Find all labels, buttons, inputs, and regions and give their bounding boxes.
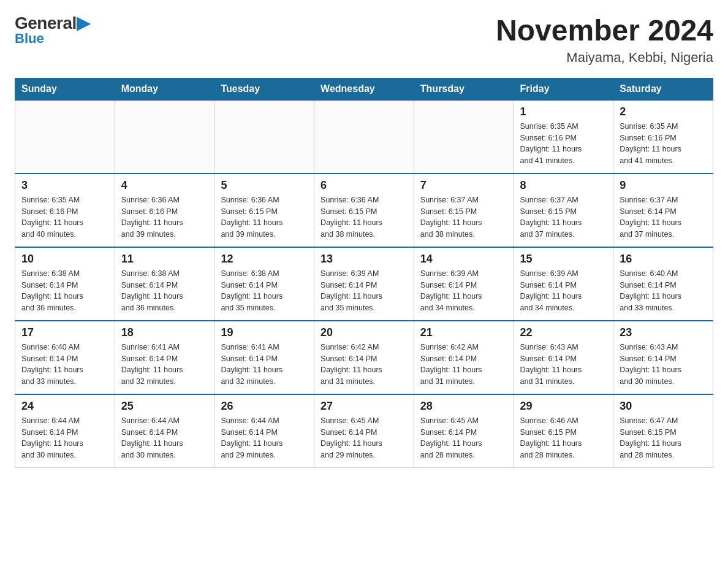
day-number: 4 [121,179,208,192]
calendar-cell: 2Sunrise: 6:35 AMSunset: 6:16 PMDaylight… [613,100,713,174]
day-number: 3 [21,179,108,192]
day-info: Sunrise: 6:36 AMSunset: 6:15 PMDaylight:… [221,194,308,240]
day-number: 17 [21,326,108,339]
day-number: 28 [420,400,507,413]
calendar-cell [414,100,514,174]
calendar-title: November 2024 [496,15,713,47]
day-number: 2 [620,105,707,118]
calendar-cell: 20Sunrise: 6:42 AMSunset: 6:14 PMDayligh… [314,321,414,394]
day-info: Sunrise: 6:37 AMSunset: 6:15 PMDaylight:… [520,194,607,240]
day-header-thursday: Thursday [414,78,514,100]
day-number: 11 [121,253,208,266]
day-info: Sunrise: 6:38 AMSunset: 6:14 PMDaylight:… [121,268,208,314]
logo-blue-text: Blue [15,31,44,47]
day-number: 24 [21,400,108,413]
day-info: Sunrise: 6:44 AMSunset: 6:14 PMDaylight:… [121,415,208,461]
day-info: Sunrise: 6:39 AMSunset: 6:14 PMDaylight:… [520,268,607,314]
calendar-cell: 9Sunrise: 6:37 AMSunset: 6:14 PMDaylight… [613,174,713,247]
day-info: Sunrise: 6:36 AMSunset: 6:16 PMDaylight:… [121,194,208,240]
day-number: 12 [221,253,308,266]
title-section: November 2024 Maiyama, Kebbi, Nigeria [496,15,713,66]
day-number: 9 [620,179,707,192]
page-header: General▶ Blue November 2024 Maiyama, Keb… [15,15,713,66]
day-number: 7 [420,179,507,192]
calendar-cell: 8Sunrise: 6:37 AMSunset: 6:15 PMDaylight… [514,174,613,247]
day-info: Sunrise: 6:46 AMSunset: 6:15 PMDaylight:… [520,415,607,461]
day-info: Sunrise: 6:41 AMSunset: 6:14 PMDaylight:… [121,342,208,388]
day-number: 8 [520,179,607,192]
calendar-cell: 22Sunrise: 6:43 AMSunset: 6:14 PMDayligh… [514,321,613,394]
day-number: 5 [221,179,308,192]
calendar-week-row: 17Sunrise: 6:40 AMSunset: 6:14 PMDayligh… [15,321,713,394]
day-header-friday: Friday [514,78,613,100]
calendar-cell: 1Sunrise: 6:35 AMSunset: 6:16 PMDaylight… [514,100,613,174]
day-info: Sunrise: 6:35 AMSunset: 6:16 PMDaylight:… [520,121,607,167]
day-number: 16 [620,253,707,266]
day-number: 25 [121,400,208,413]
day-number: 23 [620,326,707,339]
day-number: 10 [21,253,108,266]
day-info: Sunrise: 6:45 AMSunset: 6:14 PMDaylight:… [320,415,408,461]
calendar-week-row: 10Sunrise: 6:38 AMSunset: 6:14 PMDayligh… [15,247,713,321]
calendar-cell [214,100,314,174]
day-number: 1 [520,105,607,118]
day-header-tuesday: Tuesday [214,78,314,100]
day-info: Sunrise: 6:45 AMSunset: 6:14 PMDaylight:… [420,415,507,461]
day-info: Sunrise: 6:36 AMSunset: 6:15 PMDaylight:… [320,194,408,240]
calendar-cell: 23Sunrise: 6:43 AMSunset: 6:14 PMDayligh… [613,321,713,394]
day-header-monday: Monday [115,78,214,100]
calendar-table: SundayMondayTuesdayWednesdayThursdayFrid… [15,78,713,469]
day-number: 21 [420,326,507,339]
calendar-cell: 10Sunrise: 6:38 AMSunset: 6:14 PMDayligh… [15,247,115,321]
calendar-cell: 25Sunrise: 6:44 AMSunset: 6:14 PMDayligh… [115,394,214,468]
day-info: Sunrise: 6:41 AMSunset: 6:14 PMDaylight:… [221,342,308,388]
calendar-cell: 17Sunrise: 6:40 AMSunset: 6:14 PMDayligh… [15,321,115,394]
day-number: 13 [320,253,408,266]
logo: General▶ Blue [15,15,89,47]
day-info: Sunrise: 6:35 AMSunset: 6:16 PMDaylight:… [21,194,108,240]
day-number: 6 [320,179,408,192]
calendar-cell: 30Sunrise: 6:47 AMSunset: 6:15 PMDayligh… [613,394,713,468]
calendar-cell: 29Sunrise: 6:46 AMSunset: 6:15 PMDayligh… [514,394,613,468]
calendar-cell: 4Sunrise: 6:36 AMSunset: 6:16 PMDaylight… [115,174,214,247]
day-number: 20 [320,326,408,339]
day-info: Sunrise: 6:43 AMSunset: 6:14 PMDaylight:… [620,342,707,388]
logo-general-text: General▶ [15,15,89,32]
day-header-wednesday: Wednesday [314,78,414,100]
day-info: Sunrise: 6:47 AMSunset: 6:15 PMDaylight:… [620,415,707,461]
day-number: 26 [221,400,308,413]
day-number: 19 [221,326,308,339]
calendar-header-row: SundayMondayTuesdayWednesdayThursdayFrid… [15,78,713,100]
day-info: Sunrise: 6:43 AMSunset: 6:14 PMDaylight:… [520,342,607,388]
calendar-cell [314,100,414,174]
day-info: Sunrise: 6:44 AMSunset: 6:14 PMDaylight:… [221,415,308,461]
day-info: Sunrise: 6:44 AMSunset: 6:14 PMDaylight:… [21,415,108,461]
calendar-cell: 16Sunrise: 6:40 AMSunset: 6:14 PMDayligh… [613,247,713,321]
calendar-cell: 6Sunrise: 6:36 AMSunset: 6:15 PMDaylight… [314,174,414,247]
calendar-cell: 19Sunrise: 6:41 AMSunset: 6:14 PMDayligh… [214,321,314,394]
day-number: 18 [121,326,208,339]
logo-triangle-icon: ▶ [77,13,90,33]
day-number: 29 [520,400,607,413]
calendar-cell: 21Sunrise: 6:42 AMSunset: 6:14 PMDayligh… [414,321,514,394]
calendar-cell: 13Sunrise: 6:39 AMSunset: 6:14 PMDayligh… [314,247,414,321]
calendar-cell: 27Sunrise: 6:45 AMSunset: 6:14 PMDayligh… [314,394,414,468]
day-info: Sunrise: 6:40 AMSunset: 6:14 PMDaylight:… [21,342,108,388]
calendar-cell: 18Sunrise: 6:41 AMSunset: 6:14 PMDayligh… [115,321,214,394]
calendar-cell [115,100,214,174]
day-number: 30 [620,400,707,413]
day-info: Sunrise: 6:39 AMSunset: 6:14 PMDaylight:… [320,268,408,314]
day-info: Sunrise: 6:37 AMSunset: 6:14 PMDaylight:… [620,194,707,240]
calendar-cell: 3Sunrise: 6:35 AMSunset: 6:16 PMDaylight… [15,174,115,247]
calendar-cell: 5Sunrise: 6:36 AMSunset: 6:15 PMDaylight… [214,174,314,247]
calendar-cell: 15Sunrise: 6:39 AMSunset: 6:14 PMDayligh… [514,247,613,321]
calendar-subtitle: Maiyama, Kebbi, Nigeria [496,50,713,66]
day-header-sunday: Sunday [15,78,115,100]
calendar-week-row: 24Sunrise: 6:44 AMSunset: 6:14 PMDayligh… [15,394,713,468]
day-header-saturday: Saturday [613,78,713,100]
calendar-week-row: 1Sunrise: 6:35 AMSunset: 6:16 PMDaylight… [15,100,713,174]
calendar-week-row: 3Sunrise: 6:35 AMSunset: 6:16 PMDaylight… [15,174,713,247]
calendar-cell [15,100,115,174]
day-number: 27 [320,400,408,413]
day-info: Sunrise: 6:39 AMSunset: 6:14 PMDaylight:… [420,268,507,314]
